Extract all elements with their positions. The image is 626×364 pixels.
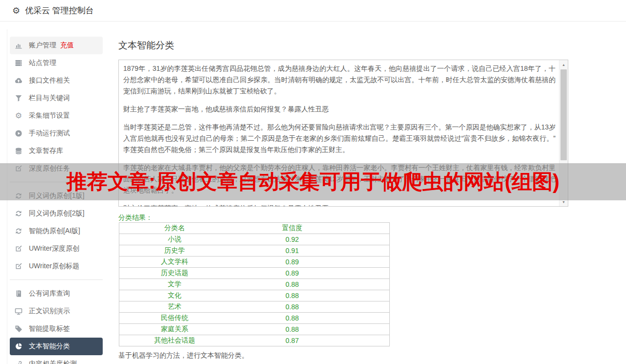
cloud-upload-icon (15, 77, 22, 85)
monitor-icon (15, 307, 22, 315)
category-cell: 艺术 (119, 301, 230, 313)
footer-note: 基于机器学习的方法，进行文本智能分类。 (118, 351, 248, 360)
confidence-cell: 0.87 (230, 335, 354, 346)
confidence-cell: 0.92 (230, 234, 354, 245)
sidebar-item-public-lexicon-query[interactable]: 公有词库查询 (10, 285, 103, 302)
category-cell: 文化 (119, 290, 230, 301)
sidebar-item-label: 内容相关度检测 (29, 360, 77, 364)
category-cell: 文学 (119, 279, 230, 290)
refresh-icon (15, 227, 22, 235)
sidebar-item-label: 账户管理 (29, 41, 56, 50)
sidebar-item-label: 文本智能分类 (29, 342, 70, 351)
book-icon (15, 290, 22, 298)
sidebar-item-label: 智能伪原创[AI版] (29, 227, 80, 236)
sidebar-item-uwriter-original-title[interactable]: UWriter原创标题 (10, 257, 103, 275)
sidebar-item-uwriter-deep-original[interactable]: UWriter深度原创 (10, 240, 103, 257)
input-paragraph: 当时李莲英还是二总管，这件事他再清楚不过。那么他为何还要冒险向慈禧请求出宫呢？主… (123, 122, 556, 155)
sidebar: 账户管理 充值 站点管理 接口文件相关 栏目与关键词 ⚙ 采集细节设置 手动运行… (10, 37, 103, 364)
sidebar-item-label: 栏目与关键词 (29, 94, 70, 103)
gears-icon: ⚙ (15, 112, 22, 120)
table-row: 文化0.88 (119, 290, 390, 301)
play-circle-icon (15, 129, 22, 137)
sidebar-item-synonym-rewrite-v2[interactable]: 同义词伪原创[2版] (10, 205, 103, 222)
table-row: 艺术0.88 (119, 301, 390, 313)
table-row: 历史话题0.89 (119, 268, 390, 279)
top-bar: ⚙ 优采云 管理控制台 (0, 0, 626, 21)
sidebar-item-label: 公有词库查询 (29, 289, 70, 298)
column-header-empty (355, 223, 390, 234)
sidebar-item-label: 文章暂存库 (29, 147, 63, 155)
table-row: 民俗传统0.88 (119, 313, 390, 324)
sidebar-item-text-classification[interactable]: 文本智能分类 (10, 338, 103, 355)
sidebar-item-label: 正文识别演示 (29, 307, 70, 316)
sidebar-item-ai-rewrite[interactable]: 智能伪原创[AI版] (10, 222, 103, 240)
sidebar-item-api-files[interactable]: 接口文件相关 (10, 72, 103, 89)
confidence-cell: 0.91 (230, 245, 354, 257)
confidence-cell: 0.88 (230, 301, 354, 313)
category-cell: 其他社会话题 (119, 335, 230, 346)
sidebar-item-label: 接口文件相关 (29, 76, 70, 85)
sidebar-item-label: 智能提取标签 (29, 324, 70, 333)
server-icon (15, 59, 22, 67)
category-cell: 家庭关系 (119, 324, 230, 335)
input-paragraph: 1879年，31岁的李莲英出任储秀宫四品花翎总管，成为慈禧身边的大红人。这年春天… (123, 63, 556, 97)
table-row: 小说0.92 (119, 234, 390, 245)
confidence-cell: 0.89 (230, 268, 354, 279)
sidebar-item-columns-keywords[interactable]: 栏目与关键词 (10, 89, 103, 107)
pie-chart-icon (15, 343, 22, 350)
sidebar-item-content-relevance-check[interactable]: 内容相关度检测 (10, 355, 103, 364)
category-cell: 历史学 (119, 245, 230, 257)
sidebar-item-content-extraction-demo[interactable]: 正文识别演示 (10, 302, 103, 320)
column-header-confidence: 置信度 (230, 223, 354, 234)
table-row: 其他社会话题0.87 (119, 335, 390, 346)
page-title: 文本智能分类 (118, 39, 174, 52)
category-cell: 历史话题 (119, 268, 230, 279)
table-row: 家庭关系0.88 (119, 324, 390, 335)
sidebar-item-label: UWriter深度原创 (29, 244, 79, 253)
category-cell: 人文学科 (119, 257, 230, 268)
table-row: 历史学0.91 (119, 245, 390, 257)
bar-chart-icon (15, 42, 22, 49)
input-paragraph: 财主抢了李莲英家一亩地，他成慈禧亲信后如何报复？暴露人性丑恶 (123, 104, 556, 115)
column-header-category: 分类名 (119, 223, 230, 234)
sidebar-item-label: 手动运行测试 (29, 129, 70, 138)
sidebar-item-site-management[interactable]: 站点管理 (10, 54, 103, 72)
sidebar-item-label: 站点管理 (29, 59, 56, 67)
category-cell: 民俗传统 (119, 313, 230, 324)
classification-results-table: 分类名 置信度 小说0.92 历史学0.91 人文学科0.89 历史话题0.89… (119, 222, 390, 346)
gear-icon: ⚙ (12, 6, 20, 15)
table-row: 人文学科0.89 (119, 257, 390, 268)
sidebar-item-account-management[interactable]: 账户管理 充值 (10, 37, 103, 54)
sidebar-item-article-staging[interactable]: 文章暂存库 (10, 142, 103, 160)
refresh-icon (15, 210, 22, 217)
confidence-cell: 0.89 (230, 257, 354, 268)
result-label: 分类结果： (118, 214, 153, 222)
category-cell: 小说 (119, 234, 230, 245)
promo-banner-text: 推荐文章:原创文章自动采集可用于做爬虫的网站(组图) (67, 168, 559, 195)
table-header-row: 分类名 置信度 (119, 223, 390, 234)
sidebar-item-label: 采集细节设置 (29, 111, 70, 120)
sidebar-item-collection-settings[interactable]: ⚙ 采集细节设置 (10, 107, 103, 125)
sidebar-divider (10, 279, 103, 280)
confidence-cell: 0.88 (230, 313, 354, 324)
scrollbar-thumb[interactable] (560, 69, 567, 160)
promo-overlay-banner: 推荐文章:原创文章自动采集可用于做爬虫的网站(组图) (0, 163, 626, 200)
pencil-square-icon (15, 262, 22, 270)
confidence-cell: 0.88 (230, 279, 354, 290)
sidebar-item-label: UWriter原创标题 (29, 262, 79, 271)
pencil-square-icon (15, 245, 22, 253)
sidebar-item-label: 同义词伪原创[2版] (29, 209, 85, 218)
sidebar-item-smart-tag-extraction[interactable]: 智能提取标签 (10, 320, 103, 338)
input-paragraph: 财主抢了李莲英家一亩地，他成慈禧亲信后如何报复？暴露人性丑恶 (123, 203, 556, 206)
app-title: 优采云 管理控制台 (25, 5, 94, 16)
confidence-cell: 0.88 (230, 290, 354, 301)
table-row: 文学0.88 (119, 279, 390, 290)
link-icon (15, 360, 22, 364)
tag-icon (15, 325, 22, 333)
confidence-cell: 0.88 (230, 324, 354, 335)
scroll-up-arrow-icon[interactable]: ▲ (559, 61, 568, 68)
funnel-icon (15, 94, 22, 102)
sidebar-item-manual-run-test[interactable]: 手动运行测试 (10, 125, 103, 142)
recharge-link[interactable]: 充值 (60, 41, 74, 50)
database-icon (15, 147, 22, 155)
